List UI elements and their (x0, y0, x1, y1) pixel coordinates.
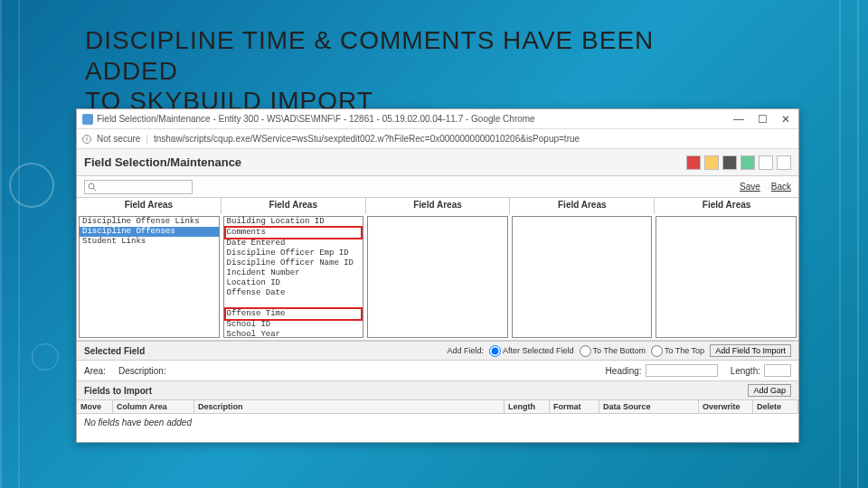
list-item[interactable]: School ID (224, 320, 363, 330)
description-label: Description: (118, 366, 166, 376)
toolbar (686, 155, 791, 170)
add-gap-button[interactable]: Add Gap (748, 384, 791, 397)
field-areas-list-5[interactable] (656, 216, 797, 338)
list-item[interactable]: Offense Date (224, 288, 363, 298)
new-window-icon[interactable] (759, 155, 773, 170)
th-move: Move (77, 400, 113, 413)
radio-bottom[interactable]: To The Bottom (580, 345, 646, 357)
back-button[interactable]: Back (771, 182, 791, 192)
col-header-1: Field Areas (77, 198, 222, 214)
radio-top-label: To The Top (665, 346, 704, 355)
list-item[interactable]: Discipline Officer Name ID (224, 258, 363, 268)
notes-icon[interactable] (704, 155, 719, 170)
window-title: Field Selection/Maintenance - Entity 300… (97, 114, 731, 124)
close-button[interactable]: ✕ (778, 113, 793, 126)
minimize-button[interactable]: — (731, 113, 746, 126)
url-text[interactable]: tnshaw/scripts/cqup.exe/WService=wsStu/s… (154, 134, 580, 144)
import-table-header: Move Column Area Description Length Form… (77, 400, 798, 414)
list-item[interactable]: Location ID (224, 278, 363, 288)
camera-icon[interactable] (722, 155, 737, 170)
maximize-button[interactable]: ☐ (755, 113, 769, 126)
col-header-3: Field Areas (366, 198, 511, 214)
detail-row: Area: Description: Heading: Length: (77, 361, 798, 381)
list-item[interactable]: Student Links (80, 237, 219, 247)
length-input[interactable] (764, 364, 791, 377)
security-info-icon[interactable]: i (82, 135, 91, 144)
add-field-label: Add Field: (447, 346, 484, 355)
list-item[interactable]: Incident Number (224, 268, 363, 278)
field-areas-list-2[interactable]: Building Location IDCommentsDate Entered… (223, 216, 364, 338)
app-header: Field Selection/Maintenance (77, 149, 798, 176)
field-areas-list-4[interactable] (512, 216, 653, 338)
th-ds: Data Source (599, 400, 699, 413)
save-button[interactable]: Save (740, 182, 760, 192)
col-header-5: Field Areas (655, 198, 798, 214)
radio-bottom-label: To The Bottom (593, 346, 646, 355)
heading-label: Heading: (606, 366, 642, 376)
th-len: Length (505, 400, 550, 413)
browser-window: Field Selection/Maintenance - Entity 300… (76, 108, 799, 443)
col-header-4: Field Areas (510, 198, 655, 214)
field-areas-list-3[interactable] (367, 216, 508, 338)
add-field-button[interactable]: Add Field To Import (710, 344, 791, 357)
favorites-icon[interactable] (741, 155, 755, 170)
area-label: Area: (84, 366, 106, 376)
titlebar: Field Selection/Maintenance - Entity 300… (77, 109, 798, 129)
radio-after-label: After Selected Field (503, 346, 574, 355)
list-item[interactable]: Date Entered (224, 239, 363, 249)
list-item[interactable]: Discipline Offense Links (80, 217, 219, 227)
length-label: Length: (731, 366, 760, 376)
search-input[interactable] (84, 180, 193, 194)
list-item[interactable]: Discipline Officer Emp ID (224, 249, 363, 258)
th-area: Column Area (113, 400, 194, 413)
not-secure-label: Not secure (97, 134, 140, 144)
fields-import-title: Fields to Import (84, 386, 152, 396)
th-fmt: Format (550, 400, 599, 413)
selected-field-row: Selected Field Add Field: After Selected… (77, 341, 798, 361)
th-del: Delete (753, 400, 798, 413)
columns-header: Field Areas Field Areas Field Areas Fiel… (77, 198, 798, 214)
list-item[interactable]: Comments (224, 226, 363, 239)
field-areas-list-1[interactable]: Discipline Offense LinksDiscipline Offen… (79, 216, 220, 338)
list-item[interactable]: School Year (224, 330, 363, 338)
no-fields-message: No fields have been added (77, 414, 798, 431)
slide-title-line2: ADDED (85, 56, 654, 87)
favicon-icon (82, 114, 93, 125)
slide-title: DISCIPLINE TIME & COMMENTS HAVE BEEN ADD… (85, 25, 654, 117)
fields-import-header: Fields to Import Add Gap (77, 381, 798, 400)
slide-title-line1: DISCIPLINE TIME & COMMENTS HAVE BEEN (85, 25, 654, 56)
addressbar: i Not secure | tnshaw/scripts/cqup.exe/W… (77, 129, 798, 149)
svg-line-1 (93, 188, 96, 191)
print-icon[interactable] (777, 155, 791, 170)
col-header-2: Field Areas (222, 198, 366, 214)
radio-after[interactable]: After Selected Field (489, 345, 574, 357)
dashboard-icon[interactable] (686, 155, 701, 170)
page-title: Field Selection/Maintenance (84, 155, 241, 169)
search-icon (88, 183, 97, 192)
th-ov: Overwrite (699, 400, 753, 413)
list-item[interactable]: Discipline Offenses (80, 227, 219, 237)
heading-input[interactable] (646, 364, 718, 377)
columns-body: Discipline Offense LinksDiscipline Offen… (77, 214, 798, 341)
selected-field-label: Selected Field (84, 346, 145, 356)
list-item[interactable]: Offense Time (224, 307, 363, 321)
search-save-row: Save Back (77, 176, 798, 198)
radio-top[interactable]: To The Top (651, 345, 704, 357)
th-desc: Description (194, 400, 505, 413)
